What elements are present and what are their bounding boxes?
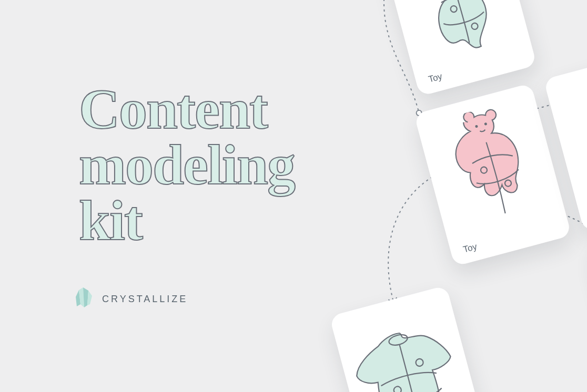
card-cluster: Toy Toy 42 [217, 0, 587, 392]
bear-puzzle-icon [434, 97, 548, 240]
card-label: Toy [462, 241, 478, 255]
card-toy-rabbit: Toy [379, 0, 537, 96]
rabbit-puzzle-icon [399, 0, 513, 70]
shirt-mint-puzzle-icon [339, 296, 478, 392]
hero-title-line3: kit [79, 193, 295, 249]
brand-name: CRYSTALLIZE [102, 294, 188, 305]
crystallize-logo-icon [74, 286, 95, 312]
brand-lockup: CRYSTALLIZE [74, 286, 188, 312]
card-toy-bear: Toy [414, 83, 572, 266]
card-label: Toy [427, 71, 443, 85]
card-shirt-mint [329, 285, 487, 392]
